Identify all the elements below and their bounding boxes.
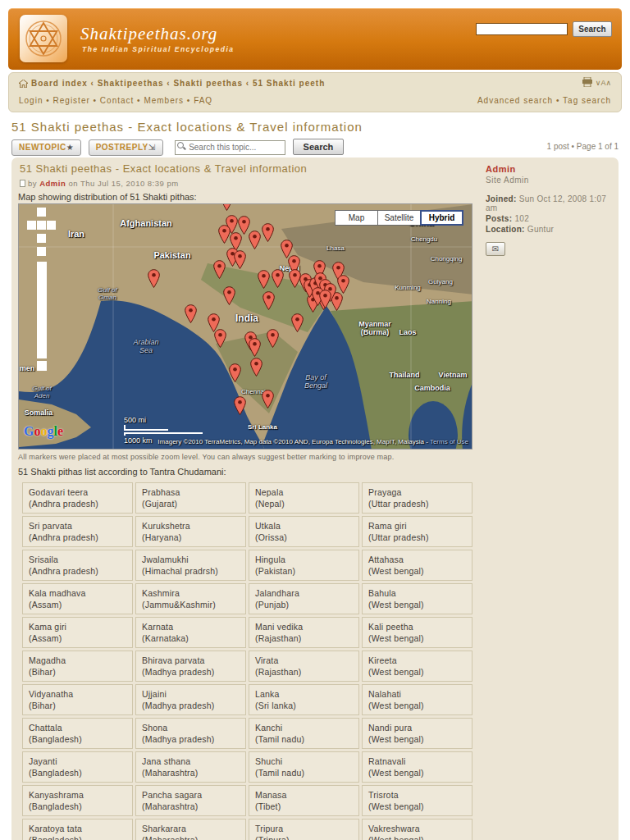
home-icon[interactable]: [19, 80, 28, 88]
new-topic-button[interactable]: NEWTOPIC★: [11, 139, 81, 156]
nav-link-advanced-search[interactable]: Advanced search: [477, 96, 553, 105]
nav-link-register[interactable]: Register: [53, 96, 90, 105]
map-label: Aden: [34, 392, 50, 399]
post-panel: 51 Shakti peethas - Exact locations & Tr…: [11, 158, 619, 840]
pitha-cell: Ujjaini(Madhya pradesh): [135, 684, 246, 715]
map-marker-icon[interactable]: [218, 225, 231, 244]
profile-username[interactable]: Admin: [486, 164, 615, 174]
map-label: Somalia: [25, 409, 53, 417]
map-type-hybrid[interactable]: Hybrid: [420, 210, 463, 226]
map-marker-icon[interactable]: [213, 260, 226, 280]
pitha-cell: Chattala(Bangladesh): [22, 718, 133, 749]
post-count: 1 post • Page 1 of 1: [547, 142, 619, 151]
post-title[interactable]: 51 Shakti peethas - Exact locations & Tr…: [20, 162, 307, 175]
map-marker-icon[interactable]: [267, 329, 279, 349]
map-marker-icon[interactable]: [185, 304, 197, 324]
map-label: Arabian: [133, 338, 158, 346]
map-attribution: Imagery ©2010 TerraMetrics, Map data ©20…: [158, 438, 468, 445]
font-size-control[interactable]: ∨A∧: [596, 79, 611, 87]
email-icon: ✉: [492, 244, 499, 253]
pitha-cell: Jwalamukhi(Himachal pradrsh): [135, 550, 246, 581]
breadcrumb: Board index ‹ Shaktipeethas ‹ Shakti pee…: [19, 79, 325, 88]
breadcrumb-link[interactable]: Board index: [31, 79, 88, 88]
map-label: (Burma): [361, 328, 390, 336]
search-icon: [177, 142, 184, 148]
pitha-cell: Sri parvata(Andhra pradesh): [22, 516, 133, 547]
pitha-cell: Shona(Madhya pradesh): [135, 718, 246, 749]
map-marker-icon[interactable]: [234, 396, 246, 416]
map-marker-icon[interactable]: [234, 250, 246, 270]
map-marker-icon[interactable]: [223, 286, 235, 306]
map-marker-icon[interactable]: [319, 290, 331, 309]
pitha-cell: Ratnavali(West bengal): [362, 751, 472, 783]
post-author-link[interactable]: Admin: [39, 179, 66, 188]
map-marker-icon[interactable]: [250, 358, 262, 377]
map-marker-icon[interactable]: [291, 313, 304, 333]
breadcrumb-link[interactable]: Shaktipeethas: [98, 79, 164, 88]
map-marker-icon[interactable]: [249, 338, 261, 358]
pitha-cell: Kurukshetra(Haryana): [135, 516, 246, 547]
map-label: Pakistan: [153, 250, 190, 260]
map-marker-icon[interactable]: [262, 390, 274, 409]
map-type-satellite[interactable]: Satellite: [377, 210, 421, 226]
pitha-cell: Vidyanatha(Bihar): [22, 684, 133, 715]
post-reply-button[interactable]: POSTREPLY⇲: [89, 139, 163, 156]
pitha-cell: Godavari teera(Andhra pradesh): [22, 482, 133, 514]
nav-link-faq[interactable]: FAQ: [194, 96, 212, 105]
map-label: Afghanistan: [120, 218, 172, 228]
post-byline: by Admin on Thu Jul 15, 2010 8:39 pm: [20, 179, 179, 188]
pitha-cell: Jana sthana(Maharashtra): [135, 751, 246, 783]
nav-link-members[interactable]: Members: [144, 96, 184, 105]
pitha-cell: Utkala(Orissa): [249, 516, 359, 547]
pitha-cell: Trisrota(West bengal): [362, 785, 472, 816]
map-marker-icon[interactable]: [262, 291, 275, 311]
pitha-cell: Lanka(Sri lanka): [249, 684, 359, 715]
pitha-cell: Pancha sagara(Maharashtra): [135, 785, 246, 816]
google-map[interactable]: IranAfghanistanPakistanIndiaChinaChengdu…: [18, 203, 472, 450]
site-title[interactable]: Shaktipeethas.org: [80, 24, 217, 44]
topic-search-button[interactable]: Search: [293, 139, 345, 155]
nav-link-login[interactable]: Login: [19, 96, 43, 105]
profile-location: Location: Guntur: [486, 225, 615, 234]
site-search-button[interactable]: Search: [573, 21, 612, 37]
map-label: Laos: [399, 328, 416, 336]
pitha-cell: Kanyashrama(Bangladesh): [22, 785, 133, 816]
table-row: Kanyashrama(Bangladesh)Pancha sagara(Mah…: [22, 785, 472, 816]
pitha-cell: Sharkarara(Maharashtra): [135, 819, 246, 840]
map-marker-icon[interactable]: [249, 231, 261, 250]
map-marker-icon[interactable]: [148, 269, 160, 289]
nav-link-tag-search[interactable]: Tag search: [563, 96, 611, 105]
table-row: Sri parvata(Andhra pradesh)Kurukshetra(H…: [22, 516, 472, 547]
author-profile: Admin Site Admin Joined: Sun Oct 12, 200…: [486, 164, 615, 256]
terms-of-use-link[interactable]: Terms of Use: [430, 438, 468, 445]
site-logo[interactable]: [20, 15, 67, 62]
breadcrumb-link[interactable]: Shakti peethas: [173, 79, 243, 88]
site-search-input[interactable]: [476, 23, 568, 35]
breadcrumb-link[interactable]: 51 Shakti peeth: [253, 79, 325, 88]
map-marker-icon[interactable]: [221, 203, 233, 212]
topic-search-input[interactable]: [175, 140, 285, 155]
map-marker-icon[interactable]: [258, 270, 270, 290]
map-type-map[interactable]: Map: [335, 210, 378, 226]
map-marker-icon[interactable]: [272, 269, 284, 289]
table-row: Chattala(Bangladesh)Shona(Madhya pradesh…: [22, 718, 472, 749]
map-marker-icon[interactable]: [229, 363, 241, 383]
map-marker-icon[interactable]: [214, 329, 226, 349]
pitha-cell: Kali peetha(West bengal): [362, 617, 472, 648]
pitha-cell: Kireeta(West bengal): [362, 651, 472, 682]
pitha-cell: Karnata(Karnataka): [135, 617, 246, 648]
pitha-cell: Attahasa(West bengal): [362, 550, 472, 581]
map-marker-icon[interactable]: [262, 223, 274, 243]
profile-posts: Posts: 102: [486, 214, 615, 223]
map-label: Vietnam: [439, 371, 468, 379]
pitha-cell: Nalahati(West bengal): [362, 684, 472, 715]
print-icon[interactable]: [582, 77, 593, 87]
nav-links-right: Advanced search • Tag search: [477, 96, 611, 105]
post-icon[interactable]: [20, 180, 25, 187]
yantra-icon: [23, 18, 64, 59]
nav-link-contact[interactable]: Contact: [100, 96, 134, 105]
list-heading: 51 Shakti pithas list according to Tantr…: [18, 467, 226, 477]
map-label: Gulf of: [98, 286, 117, 294]
email-button[interactable]: ✉: [486, 242, 505, 256]
google-logo[interactable]: Google: [24, 424, 63, 439]
